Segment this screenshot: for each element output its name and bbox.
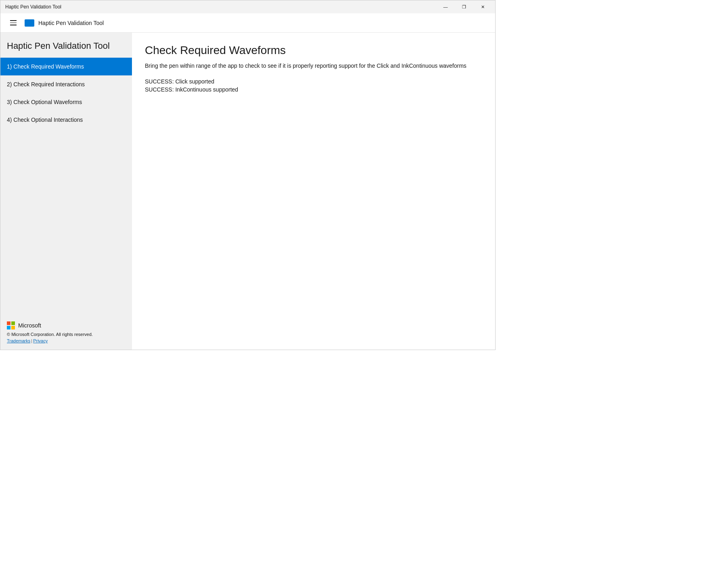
result-item-0: SUCCESS: Click supported [145, 78, 482, 85]
footer-separator: | [31, 338, 32, 343]
app-icon [25, 19, 34, 27]
maximize-button[interactable]: ❐ [455, 0, 473, 13]
nav-item-check-optional-waveforms[interactable]: 3) Check Optional Waveforms [0, 93, 132, 111]
app-header-title: Haptic Pen Validation Tool [38, 20, 104, 26]
ms-logo-yellow [11, 326, 15, 329]
toolbox-icon [25, 19, 34, 27]
footer-links: Trademarks | Privacy [7, 338, 126, 343]
hamburger-button[interactable] [5, 15, 21, 31]
nav-items: 1) Check Required Waveforms 2) Check Req… [0, 58, 132, 315]
result-item-1: SUCCESS: InkContinuous supported [145, 86, 482, 93]
content-title: Check Required Waveforms [145, 44, 482, 57]
sidebar-footer: Microsoft © Microsoft Corporation. All r… [0, 315, 132, 350]
minimize-button[interactable]: — [436, 0, 455, 13]
ms-logo-green [11, 321, 15, 325]
ms-logo-grid [7, 321, 15, 329]
nav-item-check-optional-interactions[interactable]: 4) Check Optional Interactions [0, 111, 132, 129]
microsoft-logo: Microsoft [7, 321, 126, 329]
content-description: Bring the pen within range of the app to… [145, 62, 482, 70]
nav-item-check-required-interactions[interactable]: 2) Check Required Interactions [0, 75, 132, 93]
ms-logo-red [7, 321, 10, 325]
hamburger-line-1 [10, 20, 17, 21]
content-area: Check Required Waveforms Bring the pen w… [132, 33, 495, 350]
copyright-text: © Microsoft Corporation. All rights rese… [7, 332, 126, 337]
sidebar: Haptic Pen Validation Tool 1) Check Requ… [0, 33, 132, 350]
window-controls: — ❐ ✕ [436, 0, 492, 13]
nav-item-check-required-waveforms[interactable]: 1) Check Required Waveforms [0, 58, 132, 75]
microsoft-label: Microsoft [18, 322, 41, 329]
main-layout: Haptic Pen Validation Tool 1) Check Requ… [0, 33, 495, 350]
app-header: Haptic Pen Validation Tool [0, 13, 495, 33]
title-bar: Haptic Pen Validation Tool — ❐ ✕ [0, 0, 495, 13]
window-title: Haptic Pen Validation Tool [5, 4, 61, 10]
ms-logo-blue [7, 326, 10, 329]
close-button[interactable]: ✕ [473, 0, 492, 13]
sidebar-title: Haptic Pen Validation Tool [0, 33, 132, 58]
hamburger-line-3 [10, 25, 17, 25]
results-list: SUCCESS: Click supported SUCCESS: InkCon… [145, 78, 482, 93]
hamburger-line-2 [10, 23, 17, 23]
privacy-link[interactable]: Privacy [33, 338, 48, 343]
trademarks-link[interactable]: Trademarks [7, 338, 30, 343]
